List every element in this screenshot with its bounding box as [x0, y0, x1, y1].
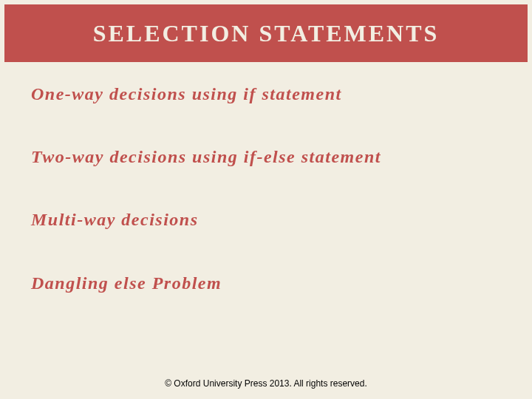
copyright-footer: © Oxford University Press 2013. All righ…	[0, 378, 532, 389]
title-bar: SELECTION STATEMENTS	[4, 4, 528, 62]
content-area: One-way decisions using if statement Two…	[31, 83, 501, 335]
slide-title: SELECTION STATEMENTS	[93, 20, 440, 47]
topic-one-way: One-way decisions using if statement	[31, 83, 501, 106]
topic-multi-way: Multi-way decisions	[31, 208, 501, 231]
topic-two-way: Two-way decisions using if-else statemen…	[31, 146, 501, 168]
topic-dangling-else: Dangling else Problem	[31, 272, 501, 295]
